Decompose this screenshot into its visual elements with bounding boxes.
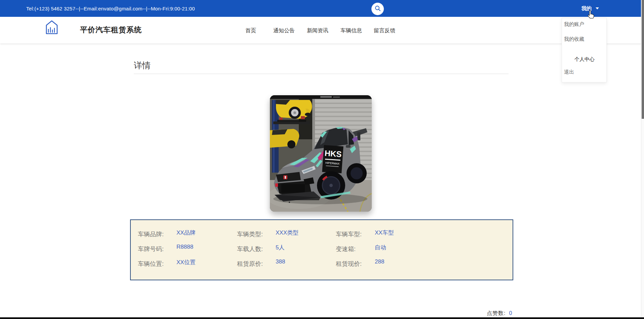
likes-label: 点赞数: <box>487 310 506 317</box>
contact-info: Tel:(+123) 5462 3257--|--Email:envato@gm… <box>26 0 195 17</box>
user-dropdown-menu: 我的账户 我的收藏 个人中心 退出 <box>562 18 607 82</box>
car-photo-illustration: HKS HIPERMAX <box>270 95 372 212</box>
dropdown-item-logout[interactable]: 退出 <box>564 69 574 75</box>
field-value: XX品牌 <box>176 229 196 237</box>
user-menu-toggle[interactable]: 我的 <box>581 0 599 17</box>
magnifier-icon <box>374 5 381 13</box>
vertical-scrollbar[interactable] <box>641 0 644 319</box>
field-label: 变速箱: <box>336 245 356 253</box>
scrollbar-thumb[interactable] <box>642 0 644 119</box>
field-value: R8888 <box>176 244 193 250</box>
dropdown-item-my-account[interactable]: 我的账户 <box>564 21 584 28</box>
search-button[interactable] <box>371 3 384 15</box>
footer-edge <box>0 317 644 319</box>
dropdown-item-personal-center[interactable]: 个人中心 <box>562 56 607 63</box>
field-label: 车载人数: <box>237 245 263 253</box>
field-label: 车牌号码: <box>138 245 164 253</box>
field-label: 车辆品牌: <box>138 230 164 238</box>
dropdown-item-my-favorites[interactable]: 我的收藏 <box>564 36 584 42</box>
svg-text:HKS: HKS <box>324 148 342 158</box>
page-title: 详情 <box>134 60 151 71</box>
field-value: 自动 <box>375 244 386 251</box>
house-chart-icon <box>45 30 58 36</box>
car-photo: HKS HIPERMAX <box>270 95 372 212</box>
field-label: 车辆位置: <box>138 260 164 268</box>
field-label: 车辆车型: <box>336 230 362 238</box>
likes-count: 0 <box>509 310 512 316</box>
nav-feedback[interactable]: 留言反馈 <box>374 27 395 34</box>
chevron-down-icon <box>596 7 599 9</box>
field-label: 车辆类型: <box>237 230 263 238</box>
field-value: XXX类型 <box>276 229 298 237</box>
vehicle-details-panel: 车辆品牌: XX品牌 车辆类型: XXX类型 车辆车型: XX车型 车牌号码: … <box>130 219 513 280</box>
field-value: 5人 <box>276 244 284 251</box>
site-header: 平价汽车租赁系统 首页 通知公告 新闻资讯 车辆信息 留言反馈 <box>0 17 644 43</box>
field-value: 288 <box>375 258 384 265</box>
user-menu-label: 我的 <box>581 5 592 12</box>
title-divider <box>134 74 509 74</box>
nav-news[interactable]: 新闻资讯 <box>307 27 328 34</box>
site-logo[interactable] <box>45 20 58 35</box>
site-title: 平价汽车租赁系统 <box>80 25 142 35</box>
field-label: 租赁原价: <box>237 260 263 268</box>
nav-vehicles[interactable]: 车辆信息 <box>340 27 362 34</box>
likes-row: 点赞数: 0 <box>487 310 512 317</box>
nav-notices[interactable]: 通知公告 <box>273 27 295 34</box>
field-value: 388 <box>276 258 285 265</box>
field-value: XX车型 <box>375 229 394 237</box>
field-label: 租赁现价: <box>336 260 362 268</box>
field-value: XX位置 <box>176 258 196 266</box>
nav-home[interactable]: 首页 <box>245 27 256 34</box>
top-bar: Tel:(+123) 5462 3257--|--Email:envato@gm… <box>0 0 644 17</box>
